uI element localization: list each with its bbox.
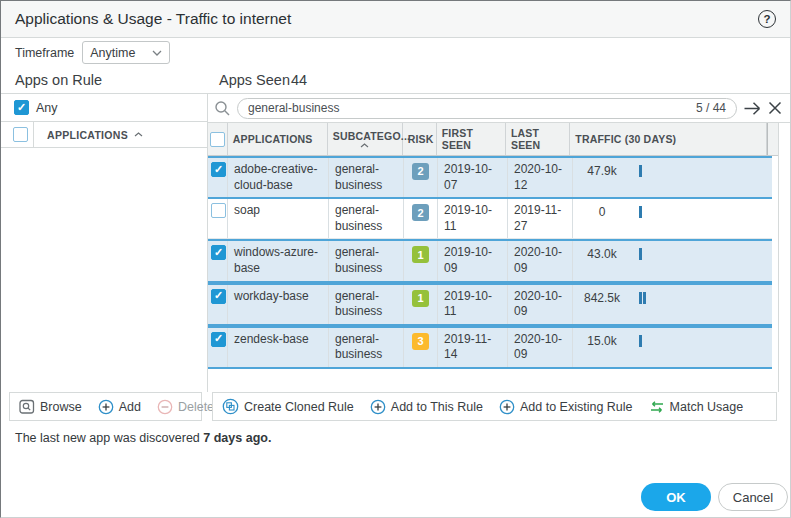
column-label: TRAFFIC (30 DAYS) xyxy=(575,133,676,145)
column-label: APPLICATIONS xyxy=(233,133,313,145)
row-checkbox[interactable] xyxy=(211,245,226,260)
table-row[interactable]: zendesk-base general-business 3 2019-11-… xyxy=(208,326,772,369)
column-header-applications[interactable]: APPLICATIONS xyxy=(228,123,328,155)
status-highlight: 7 days ago. xyxy=(203,431,271,445)
traffic-value: 43.0k xyxy=(579,247,625,263)
browse-icon xyxy=(19,399,35,415)
column-header-last-seen[interactable]: LAST SEEN xyxy=(506,123,570,155)
search-next-button[interactable] xyxy=(743,101,762,116)
timeframe-row: Timeframe Anytime xyxy=(1,38,790,67)
column-header-subcategory[interactable]: SUBCATEGO... xyxy=(328,123,403,155)
last-app-status: The last new app was discovered 7 days a… xyxy=(15,431,271,445)
risk-badge: 1 xyxy=(412,246,429,263)
table-row[interactable]: workday-base general-business 1 2019-10-… xyxy=(208,283,772,326)
delete-label: Delete xyxy=(178,400,214,414)
table-row[interactable]: windows-azure-base general-business 1 20… xyxy=(208,239,772,282)
apps-table-body: adobe-creative-cloud-base general-busine… xyxy=(208,156,778,369)
apps-seen-count: 44 xyxy=(291,72,307,88)
traffic-cell: 43.0k xyxy=(573,241,772,280)
application-name: soap xyxy=(228,199,329,238)
subcategory: general-business xyxy=(329,328,404,367)
add-to-this-rule-button[interactable]: Add to This Rule xyxy=(370,399,483,415)
column-header-traffic[interactable]: TRAFFIC (30 DAYS) xyxy=(570,123,767,155)
create-cloned-rule-button[interactable]: Create Cloned Rule xyxy=(222,398,354,415)
left-select-all-checkbox[interactable] xyxy=(13,127,28,142)
traffic-cell: 15.0k xyxy=(573,328,772,367)
chevron-down-icon xyxy=(152,50,162,56)
traffic-sparkline xyxy=(639,335,642,347)
close-icon xyxy=(768,101,782,115)
application-name: windows-azure-base xyxy=(228,241,329,280)
risk-cell: 2 xyxy=(404,158,438,197)
browse-button[interactable]: Browse xyxy=(19,399,82,415)
risk-cell: 1 xyxy=(404,241,438,280)
search-pill: 5 / 44 xyxy=(237,98,737,119)
row-checkbox-cell xyxy=(208,199,228,238)
row-checkbox[interactable] xyxy=(211,203,226,218)
arrow-right-icon xyxy=(743,101,762,116)
row-checkbox[interactable] xyxy=(211,289,226,304)
column-header-risk[interactable]: RISK xyxy=(403,123,437,155)
sort-asc-icon xyxy=(360,143,369,148)
sort-asc-icon xyxy=(134,132,143,137)
timeframe-select[interactable]: Anytime xyxy=(82,41,170,64)
left-select-all-cell xyxy=(1,122,34,147)
table-row[interactable]: adobe-creative-cloud-base general-busine… xyxy=(208,156,772,199)
search-input[interactable] xyxy=(248,101,688,115)
column-header-first-seen[interactable]: FIRST SEEN xyxy=(437,123,506,155)
column-label: FIRST SEEN xyxy=(442,127,500,151)
right-toolbar: Create Cloned Rule Add to This Rule Add … xyxy=(212,392,777,421)
row-checkbox-cell xyxy=(208,241,228,280)
application-name: workday-base xyxy=(228,285,329,324)
dialog-titlebar: Applications & Usage - Traffic to intern… xyxy=(1,1,790,38)
last-seen: 2020-10-09 xyxy=(508,285,573,324)
row-checkbox[interactable] xyxy=(211,332,226,347)
match-usage-arrows-icon xyxy=(649,400,665,414)
column-label: LAST SEEN xyxy=(511,127,564,151)
any-label: Any xyxy=(36,101,58,115)
add-to-existing-rule-button[interactable]: Add to Existing Rule xyxy=(499,399,633,415)
cancel-button[interactable]: Cancel xyxy=(718,483,788,511)
first-seen: 2019-10-11 xyxy=(438,285,508,324)
traffic-value: 15.0k xyxy=(579,334,625,350)
plus-circle-icon xyxy=(370,399,386,415)
plus-circle-icon xyxy=(499,399,515,415)
plus-circle-icon xyxy=(98,399,114,415)
any-row: Any xyxy=(1,94,207,122)
left-applications-column-header[interactable]: APPLICATIONS xyxy=(34,122,143,147)
last-seen: 2020-10-12 xyxy=(508,158,573,197)
risk-badge: 3 xyxy=(412,333,429,350)
row-checkbox-cell xyxy=(208,158,228,197)
last-seen: 2020-10-09 xyxy=(508,241,573,280)
add-button[interactable]: Add xyxy=(98,399,141,415)
search-match-count: 5 / 44 xyxy=(696,101,726,115)
add-to-existing-rule-label: Add to Existing Rule xyxy=(520,400,633,414)
traffic-sparkline xyxy=(639,206,642,218)
any-checkbox[interactable] xyxy=(14,100,29,115)
search-clear-button[interactable] xyxy=(768,101,782,115)
traffic-cell: 47.9k xyxy=(573,158,772,197)
traffic-sparkline xyxy=(639,292,646,304)
first-seen: 2019-10-07 xyxy=(438,158,508,197)
traffic-sparkline xyxy=(639,248,642,260)
last-seen: 2019-11-27 xyxy=(508,199,573,238)
search-icon xyxy=(214,100,231,117)
search-row: 5 / 44 xyxy=(208,94,790,123)
risk-cell: 2 xyxy=(404,199,438,238)
match-usage-button[interactable]: Match Usage xyxy=(649,400,744,414)
ok-button[interactable]: OK xyxy=(641,483,711,511)
help-icon[interactable]: ? xyxy=(758,10,776,28)
select-all-checkbox[interactable] xyxy=(210,132,225,147)
delete-button[interactable]: Delete xyxy=(157,399,214,415)
select-all-cell xyxy=(208,123,228,155)
application-name: zendesk-base xyxy=(228,328,329,367)
table-row[interactable]: soap general-business 2 2019-10-11 2019-… xyxy=(208,199,772,239)
left-table-header: APPLICATIONS xyxy=(1,122,207,148)
first-seen: 2019-10-09 xyxy=(438,241,508,280)
row-checkbox[interactable] xyxy=(211,162,226,177)
apps-on-rule-title: Apps on Rule xyxy=(15,72,102,88)
column-label: RISK xyxy=(408,133,434,145)
subcategory: general-business xyxy=(329,199,404,238)
clone-icon xyxy=(222,398,239,415)
create-cloned-rule-label: Create Cloned Rule xyxy=(244,400,354,414)
